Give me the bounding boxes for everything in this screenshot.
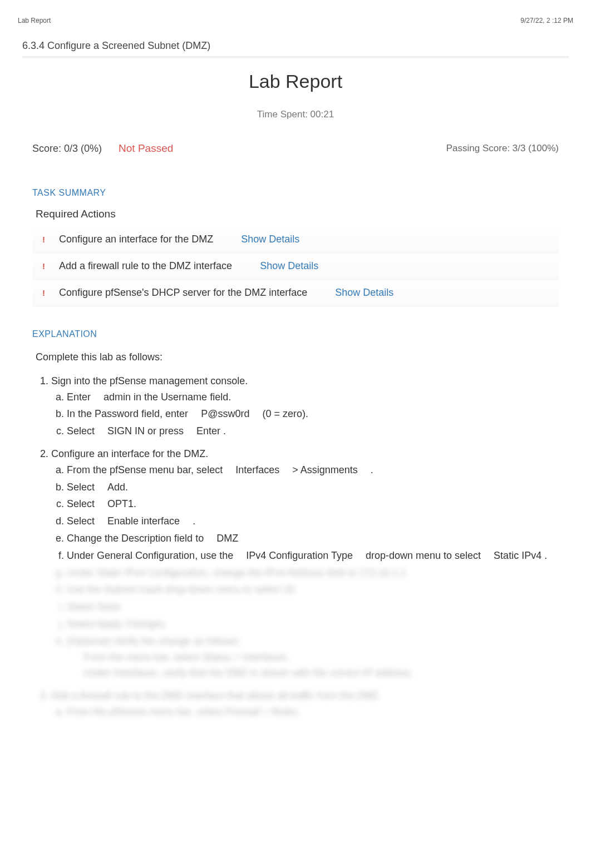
- step-1b: In the Password field, enter P@ssw0rd (0…: [67, 406, 555, 422]
- step-2f: Under General Configuration, use the IPv…: [67, 548, 555, 564]
- fail-icon: !: [42, 235, 59, 244]
- lab-section-number: 6.3.4 Configure a Screened Subnet (DMZ): [22, 40, 569, 52]
- step-2j-blurred: Select Apply Changes.: [67, 616, 555, 632]
- required-actions-label: Required Actions: [36, 208, 555, 220]
- score-value: Score: 0/3 (0%): [32, 143, 102, 155]
- task-list: ! Configure an interface for the DMZ Sho…: [32, 227, 559, 307]
- step-2d: Select Enable interface .: [67, 513, 555, 529]
- step-2g-blurred: Under Static IPv4 Configuration, change …: [67, 565, 555, 581]
- step-2h-blurred: Use the Subnet mask drop-down menu to se…: [67, 582, 555, 598]
- score-status: Not Passed: [119, 142, 173, 155]
- page-header-left: Lab Report: [18, 17, 51, 24]
- time-spent: Time Spent: 00:21: [22, 109, 569, 120]
- step-1: Sign into the pfSense management console…: [51, 373, 555, 439]
- task-row: ! Add a firewall rule to the DMZ interfa…: [32, 254, 559, 280]
- fail-icon: !: [42, 261, 59, 271]
- task-label: Configure pfSense's DHCP server for the …: [59, 287, 335, 299]
- task-row: ! Configure pfSense's DHCP server for th…: [32, 280, 559, 307]
- step-2: Configure an interface for the DMZ. From…: [51, 446, 555, 681]
- step-3a-blurred: From the pfSense menu bar, select Firewa…: [67, 704, 555, 720]
- step-2k-blurred: (Optional) Verify the change as follows:…: [67, 633, 555, 681]
- step-2e: Change the Description field to DMZ: [67, 530, 555, 547]
- task-row: ! Configure an interface for the DMZ Sho…: [32, 227, 559, 254]
- task-label: Configure an interface for the DMZ: [59, 234, 241, 245]
- page-header-right: 9/27/22, 2 :12 PM: [520, 17, 573, 24]
- page-title: Lab Report: [22, 71, 569, 92]
- explanation-heading: EXPLANATION: [32, 329, 559, 339]
- show-details-link[interactable]: Show Details: [241, 234, 299, 245]
- fail-icon: !: [42, 288, 59, 297]
- divider: [22, 56, 569, 59]
- task-summary-heading: TASK SUMMARY: [32, 188, 559, 198]
- step-2i-blurred: Select Save.: [67, 599, 555, 615]
- step-3-blurred: Add a firewall rule to the DMZ interface…: [51, 688, 555, 720]
- step-1a: Enter admin in the Username field.: [67, 389, 555, 405]
- intro-text: Complete this lab as follows:: [36, 349, 555, 365]
- step-1c: Select SIGN IN or press Enter .: [67, 423, 555, 439]
- show-details-link[interactable]: Show Details: [260, 260, 318, 272]
- step-2c: Select OPT1.: [67, 496, 555, 512]
- passing-score: Passing Score: 3/3 (100%): [446, 143, 559, 154]
- step-2a: From the pfSense menu bar, select Interf…: [67, 462, 555, 478]
- show-details-link[interactable]: Show Details: [335, 287, 393, 299]
- step-2b: Select Add.: [67, 479, 555, 495]
- task-label: Add a firewall rule to the DMZ interface: [59, 260, 260, 272]
